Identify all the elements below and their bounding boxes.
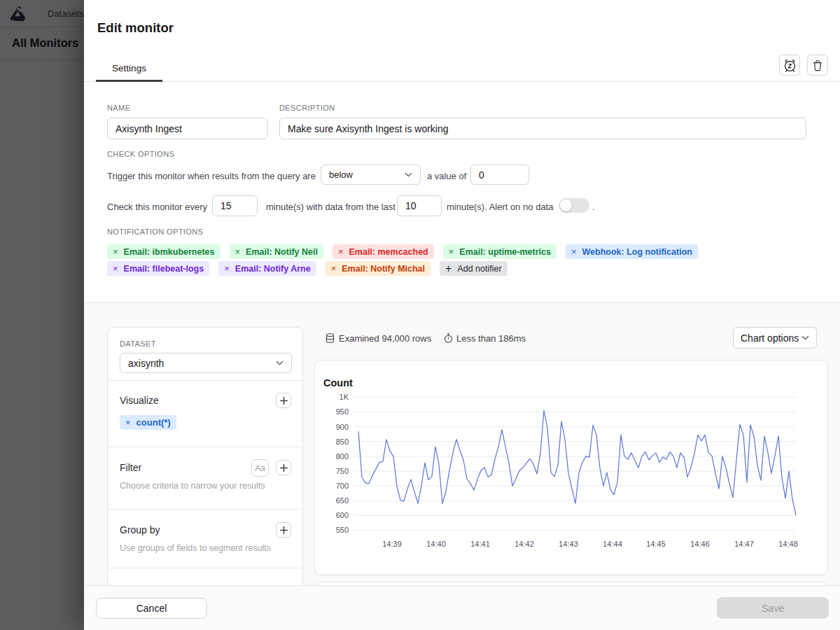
- svg-text:14:44: 14:44: [603, 540, 622, 548]
- svg-text:950: 950: [336, 407, 349, 416]
- svg-text:900: 900: [336, 423, 349, 431]
- svg-text:14:46: 14:46: [690, 540, 710, 548]
- svg-text:14:43: 14:43: [559, 540, 578, 548]
- svg-text:14:48: 14:48: [778, 540, 798, 548]
- svg-text:600: 600: [336, 511, 349, 519]
- svg-text:14:40: 14:40: [426, 540, 446, 548]
- svg-text:14:41: 14:41: [470, 540, 490, 548]
- svg-text:14:42: 14:42: [514, 540, 534, 548]
- svg-text:650: 650: [336, 496, 349, 505]
- svg-text:14:45: 14:45: [646, 540, 666, 548]
- svg-text:750: 750: [336, 467, 349, 475]
- svg-text:700: 700: [336, 482, 349, 490]
- svg-text:800: 800: [336, 452, 349, 461]
- svg-text:550: 550: [336, 526, 349, 534]
- svg-text:14:39: 14:39: [382, 540, 402, 548]
- svg-text:1K: 1K: [340, 393, 349, 401]
- svg-text:850: 850: [336, 438, 349, 446]
- svg-text:14:47: 14:47: [734, 540, 754, 548]
